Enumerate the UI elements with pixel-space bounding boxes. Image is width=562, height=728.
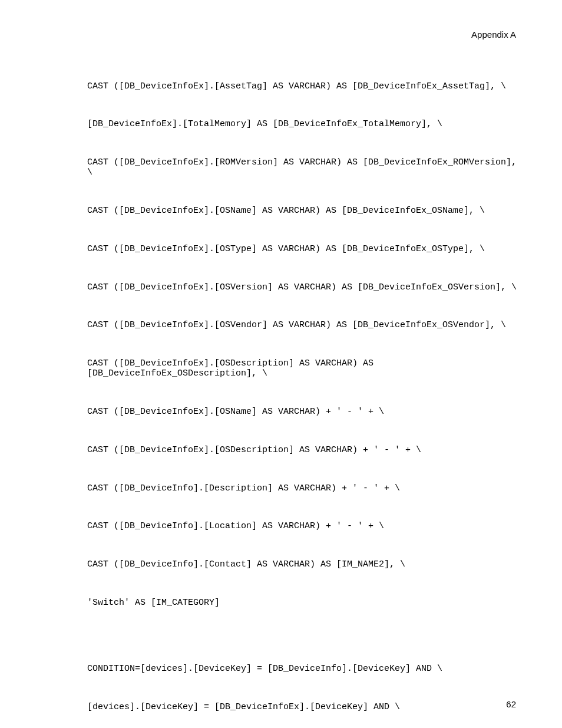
code-line: CAST ([DB_DeviceInfoEx].[AssetTag] AS VA… xyxy=(87,81,520,91)
code-line: CAST ([DB_DeviceInfoEx].[OSDescription] … xyxy=(87,358,520,379)
code-line: CAST ([DB_DeviceInfoEx].[OSName] AS VARC… xyxy=(87,407,520,417)
code-line: CAST ([DB_DeviceInfo].[Contact] AS VARCH… xyxy=(87,559,520,569)
code-line: CAST ([DB_DeviceInfo].[Description] AS V… xyxy=(87,483,520,493)
code-line: CONDITION=[devices].[DeviceKey] = [DB_De… xyxy=(87,664,520,674)
code-line: CAST ([DB_DeviceInfoEx].[OSVersion] AS V… xyxy=(87,282,520,292)
code-line: [DB_DeviceInfoEx].[TotalMemory] AS [DB_D… xyxy=(87,119,520,129)
page-number: 62 xyxy=(506,699,516,709)
code-line: CAST ([DB_DeviceInfo].[Location] AS VARC… xyxy=(87,521,520,531)
code-line: CAST ([DB_DeviceInfoEx].[OSName] AS VARC… xyxy=(87,206,520,216)
code-line: CAST ([DB_DeviceInfoEx].[OSDescription] … xyxy=(87,445,520,455)
code-block: CAST ([DB_DeviceInfoEx].[AssetTag] AS VA… xyxy=(87,61,520,728)
blank-line xyxy=(87,636,520,644)
code-line: [devices].[DeviceKey] = [DB_DeviceInfoEx… xyxy=(87,702,520,712)
code-line: CAST ([DB_DeviceInfoEx].[OSType] AS VARC… xyxy=(87,244,520,254)
page-container: Appendix A CAST ([DB_DeviceInfoEx].[Asse… xyxy=(0,0,562,728)
code-line: 'Switch' AS [IM_CATEGORY] xyxy=(87,598,520,608)
code-line: CAST ([DB_DeviceInfoEx].[OSVendor] AS VA… xyxy=(87,320,520,330)
page-header: Appendix A xyxy=(87,29,520,39)
code-line: CAST ([DB_DeviceInfoEx].[ROMVersion] AS … xyxy=(87,157,520,178)
